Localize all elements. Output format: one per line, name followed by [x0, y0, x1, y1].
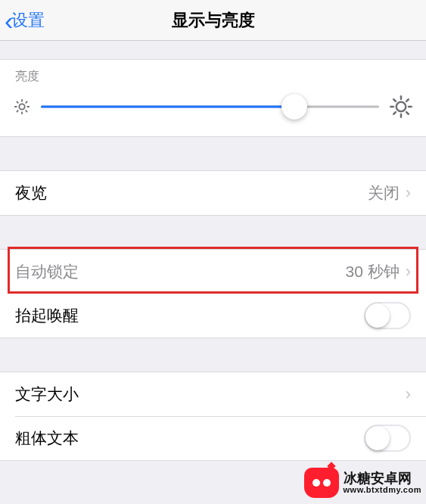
chevron-right-icon: ›: [406, 263, 411, 280]
text-size-row[interactable]: 文字大小 ›: [0, 372, 426, 416]
svg-point-0: [19, 104, 24, 109]
brightness-slider[interactable]: [41, 95, 379, 118]
row-label: 粗体文本: [15, 428, 79, 449]
svg-line-15: [406, 112, 409, 114]
svg-line-6: [26, 110, 26, 111]
watermark-logo-icon: [304, 468, 339, 498]
watermark-name: 冰糖安卓网: [344, 471, 421, 486]
bold-text-toggle[interactable]: [364, 425, 411, 452]
page-title: 显示与亮度: [172, 9, 255, 32]
section-gap: [0, 41, 426, 59]
row-label: 夜览: [15, 182, 47, 204]
chevron-right-icon: ›: [406, 185, 411, 201]
svg-line-5: [17, 101, 17, 102]
brightness-high-icon: [390, 95, 412, 118]
svg-line-14: [393, 99, 396, 101]
row-value: 30 秒钟: [345, 261, 399, 282]
back-button[interactable]: ‹ 设置: [5, 0, 45, 41]
navbar: ‹ 设置 显示与亮度: [0, 0, 426, 41]
row-label: 文字大小: [15, 384, 79, 405]
raise-to-wake-toggle[interactable]: [364, 302, 411, 329]
lock-group: 自动锁定 30 秒钟 › 抬起唤醒: [0, 249, 426, 338]
slider-thumb[interactable]: [281, 94, 307, 120]
svg-line-16: [393, 112, 396, 114]
toggle-knob: [365, 426, 390, 450]
section-gap: [0, 137, 426, 170]
row-label: 抬起唤醒: [15, 305, 79, 326]
row-label: 自动锁定: [15, 261, 79, 282]
toggle-knob: [365, 303, 390, 328]
brightness-row: [0, 89, 426, 137]
bold-text-row[interactable]: 粗体文本: [0, 416, 426, 460]
svg-point-9: [396, 102, 406, 112]
slider-fill: [41, 106, 294, 108]
svg-line-8: [26, 101, 26, 102]
night-shift-group: 夜览 关闭 ›: [0, 170, 426, 216]
text-group: 文字大小 › 粗体文本: [0, 372, 426, 461]
svg-line-7: [17, 110, 17, 111]
auto-lock-row[interactable]: 自动锁定 30 秒钟 ›: [0, 250, 426, 294]
watermark-url: www.btxtdmy.com: [344, 486, 421, 495]
svg-line-17: [406, 99, 409, 101]
section-gap: [0, 216, 426, 249]
raise-to-wake-row[interactable]: 抬起唤醒: [0, 294, 426, 338]
section-gap: [0, 338, 426, 372]
back-label: 设置: [11, 9, 45, 32]
brightness-low-icon: [14, 98, 30, 115]
chevron-right-icon: ›: [406, 386, 411, 403]
watermark: 冰糖安卓网 www.btxtdmy.com: [304, 468, 421, 498]
brightness-section-label: 亮度: [0, 59, 426, 89]
night-shift-row[interactable]: 夜览 关闭 ›: [0, 171, 426, 215]
row-value: 关闭: [368, 182, 400, 204]
